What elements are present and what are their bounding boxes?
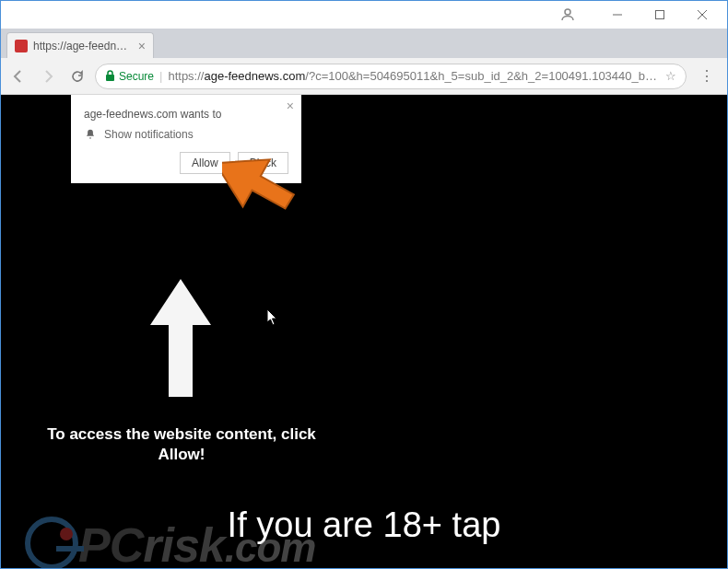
lock-icon <box>105 70 115 82</box>
browser-menu-icon[interactable]: ⋮ <box>696 67 718 85</box>
window-maximize-button[interactable] <box>639 1 681 29</box>
svg-marker-6 <box>222 139 296 222</box>
favicon-icon <box>15 40 28 52</box>
back-button[interactable] <box>10 68 27 85</box>
permission-capability: Show notifications <box>104 128 194 141</box>
watermark-text: PCrisk.com <box>78 517 315 568</box>
mouse-cursor-icon <box>266 308 279 331</box>
user-avatar-icon[interactable] <box>546 1 589 29</box>
svg-rect-5 <box>106 75 114 81</box>
secure-badge: Secure <box>105 70 154 83</box>
page-content: × age-feednews.com wants to Show notific… <box>1 95 727 568</box>
omnibox[interactable]: Secure | https://age-feednews.com/?c=100… <box>95 64 687 89</box>
tab-title: https://age-feednews.co <box>33 40 133 52</box>
permission-origin: age-feednews.com wants to <box>84 108 288 121</box>
up-arrow-icon <box>147 273 215 406</box>
window-close-button[interactable] <box>681 1 723 29</box>
secure-label: Secure <box>119 70 154 83</box>
svg-rect-2 <box>656 11 664 19</box>
close-tab-icon[interactable]: × <box>138 40 146 52</box>
url-text: https://age-feednews.com/?c=100&h=504695… <box>168 69 660 83</box>
nav-buttons <box>10 68 86 85</box>
watermark: PCrisk.com <box>25 517 315 568</box>
address-bar: Secure | https://age-feednews.com/?c=100… <box>1 58 727 95</box>
bell-icon <box>84 128 97 141</box>
instruction-text: To access the website content, click All… <box>43 424 320 465</box>
close-icon[interactable]: × <box>287 99 294 113</box>
svg-point-0 <box>565 9 570 15</box>
reload-button[interactable] <box>69 68 86 85</box>
tab-strip: https://age-feednews.co × <box>1 29 727 58</box>
orange-pointer-arrow-icon <box>222 139 296 226</box>
browser-window: https://age-feednews.co × Secure | https… <box>0 0 728 569</box>
window-minimize-button[interactable] <box>596 1 639 29</box>
watermark-logo-icon <box>25 517 82 568</box>
window-titlebar <box>1 1 727 29</box>
bookmark-star-icon[interactable]: ☆ <box>665 69 676 83</box>
browser-tab[interactable]: https://age-feednews.co × <box>6 32 154 58</box>
forward-button[interactable] <box>40 68 56 85</box>
